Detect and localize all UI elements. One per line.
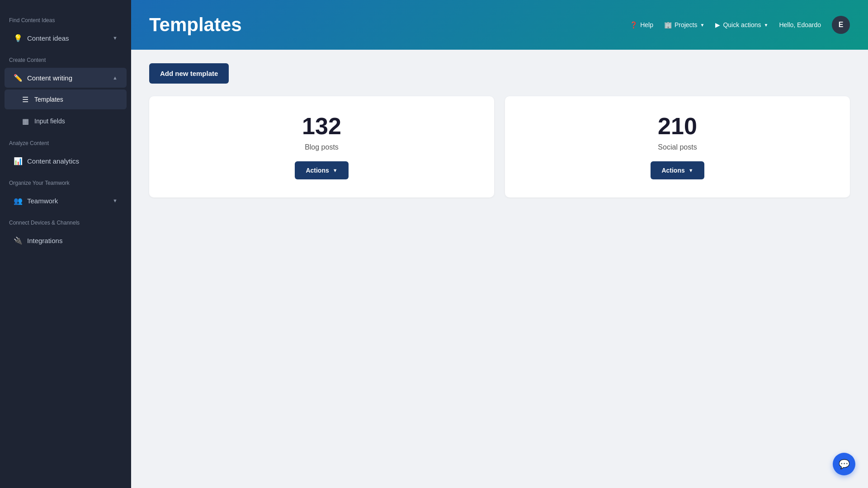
sidebar-item-label-teamwork: Teamwork (27, 197, 58, 205)
sidebar-item-input-fields[interactable]: ▦Input fields (5, 111, 127, 131)
header-nav-label-projects: Projects (675, 21, 698, 28)
page-title: Templates (149, 14, 242, 36)
teamwork-icon: 👥 (14, 196, 23, 205)
content-analytics-icon: 📊 (14, 156, 23, 165)
sidebar-item-label-content-writing: Content writing (27, 74, 72, 82)
chat-icon: 💬 (839, 459, 850, 469)
sidebar-item-label-input-fields: Input fields (34, 117, 65, 125)
template-card-blog-posts: 132Blog postsActions▼ (149, 96, 494, 197)
sidebar-item-label-integrations: Integrations (27, 237, 62, 244)
sidebar-item-content-ideas[interactable]: 💡Content ideas▼ (5, 28, 127, 48)
header-nav-label-quick-actions: Quick actions (723, 21, 761, 28)
header-nav-help[interactable]: ❓ Help (630, 21, 653, 28)
input-fields-icon: ▦ (21, 117, 30, 126)
add-template-button[interactable]: Add new template (149, 63, 229, 84)
sidebar-item-label-content-ideas: Content ideas (27, 34, 69, 42)
sidebar-item-templates[interactable]: ☰Templates (5, 89, 127, 109)
sidebar-item-label-templates: Templates (34, 96, 63, 103)
chevron-down-icon: ▼ (113, 35, 118, 41)
header-nav-label-help: Help (640, 21, 653, 28)
quick-actions-icon: ▶ (715, 21, 720, 28)
sidebar-section-label: Connect Devices & Channels (0, 211, 131, 230)
content-writing-icon: ✏️ (14, 73, 23, 82)
templates-grid: 132Blog postsActions▼210Social postsActi… (149, 96, 850, 197)
chevron-down-icon: ▼ (113, 198, 118, 203)
projects-icon: 🏢 (664, 21, 672, 28)
sidebar-section-label: Analyze Content (0, 132, 131, 150)
help-icon: ❓ (630, 21, 637, 28)
sidebar: Find Content Ideas💡Content ideas▼Create … (0, 0, 131, 488)
main-content: Templates ❓ Help🏢 Projects ▼▶ Quick acti… (131, 0, 868, 488)
header-nav-quick-actions[interactable]: ▶ Quick actions ▼ (715, 21, 768, 28)
user-avatar[interactable]: E (832, 16, 850, 34)
actions-label-blog-posts: Actions (306, 167, 329, 174)
card-number-social-posts: 210 (658, 114, 697, 138)
card-number-blog-posts: 132 (302, 114, 341, 138)
templates-icon: ☰ (21, 95, 30, 104)
sidebar-item-content-writing[interactable]: ✏️Content writing▲ (5, 68, 127, 88)
sidebar-section-label: Create Content (0, 49, 131, 67)
chat-button[interactable]: 💬 (833, 453, 855, 475)
sidebar-item-label-content-analytics: Content analytics (27, 157, 79, 165)
actions-label-social-posts: Actions (661, 167, 684, 174)
actions-button-social-posts[interactable]: Actions▼ (651, 161, 704, 179)
actions-button-blog-posts[interactable]: Actions▼ (295, 161, 348, 179)
content-area: Add new template 132Blog postsActions▼21… (131, 50, 868, 488)
sidebar-item-teamwork[interactable]: 👥Teamwork▼ (5, 191, 127, 211)
chevron-down-icon: ▼ (333, 168, 338, 173)
sidebar-section-label: Organize Your Teamwork (0, 172, 131, 190)
sidebar-section-label: Find Content Ideas (0, 9, 131, 27)
chevron-down-icon: ▲ (113, 75, 118, 80)
chevron-down-icon: ▼ (689, 168, 693, 173)
chevron-down-icon: ▼ (700, 23, 705, 28)
integrations-icon: 🔌 (14, 236, 23, 245)
header-nav: ❓ Help🏢 Projects ▼▶ Quick actions ▼Hello… (630, 16, 850, 34)
template-card-social-posts: 210Social postsActions▼ (505, 96, 850, 197)
sidebar-item-content-analytics[interactable]: 📊Content analytics (5, 151, 127, 171)
header-nav-projects[interactable]: 🏢 Projects ▼ (664, 21, 704, 28)
card-label-social-posts: Social posts (658, 143, 697, 151)
chevron-down-icon: ▼ (764, 23, 768, 28)
greeting-text: Hello, Edoardo (779, 21, 821, 28)
card-label-blog-posts: Blog posts (305, 143, 339, 151)
page-header: Templates ❓ Help🏢 Projects ▼▶ Quick acti… (131, 0, 868, 50)
content-ideas-icon: 💡 (14, 33, 23, 42)
sidebar-item-integrations[interactable]: 🔌Integrations (5, 230, 127, 250)
